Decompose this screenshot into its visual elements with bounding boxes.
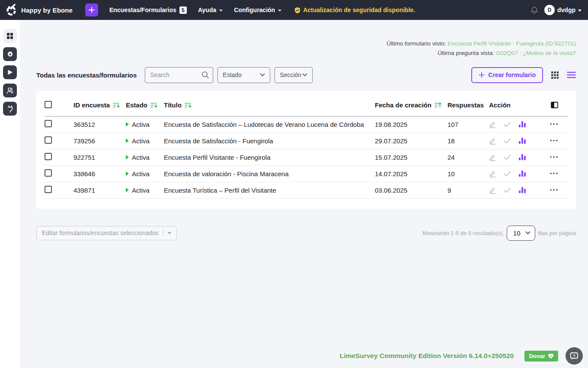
last-question-line: Última pregunta vista: G02Q07 : ¿Motivo … (387, 48, 576, 58)
nav-help-label: Ayuda (198, 6, 216, 13)
row-more-actions-button[interactable]: ··· (550, 155, 559, 159)
activate-check-button[interactable] (504, 187, 511, 193)
sidebar-item-plugins[interactable] (3, 102, 17, 116)
row-checkbox[interactable] (45, 120, 52, 127)
sort-desc-icon (185, 102, 192, 108)
user-menu[interactable]: D dvdgp (544, 5, 582, 15)
last-question-link[interactable]: G02Q07 : ¿Motivo de la visita? (496, 50, 576, 56)
column-settings-button[interactable] (551, 102, 558, 108)
nav-surveys-label: Encuestas/Formularios (109, 6, 176, 13)
table-row: 439871 Activa Encuesta Turística – Perfi… (45, 182, 568, 198)
nav-config-menu[interactable]: Configuración (234, 6, 281, 13)
rows-per-page-label: filas por página (538, 230, 576, 236)
grid-view-button[interactable] (551, 71, 559, 79)
results-summary: Mostrando 1-5 de 5 resultado(s). (422, 230, 504, 236)
status-badge: Activa (126, 154, 164, 161)
header-fecha-label: Fecha de creación (375, 101, 431, 109)
grid-view-icon (551, 71, 559, 79)
nav-surveys-menu[interactable]: Encuestas/Formularios 5 (109, 6, 187, 14)
create-survey-button[interactable]: Crear formulario (471, 67, 543, 83)
chevron-down-icon (278, 10, 281, 12)
select-all-checkbox[interactable] (45, 101, 52, 108)
edit-button[interactable] (489, 121, 496, 128)
survey-title[interactable]: Encuesta de valoración - Piscina Maracen… (164, 165, 375, 182)
survey-date: 29.07.2025 (375, 132, 447, 149)
sort-header-estado[interactable]: Estado (126, 101, 164, 109)
shield-check-icon (294, 7, 300, 13)
row-checkbox[interactable] (45, 186, 52, 193)
table-footer-bar: Editar formularios/encuestas seleccionad… (36, 225, 576, 241)
survey-id: 922751 (74, 149, 126, 165)
statistics-button[interactable] (518, 187, 526, 194)
nav-help-menu[interactable]: Ayuda (198, 6, 223, 13)
bulk-edit-button[interactable]: Editar formularios/encuestas seleccionad… (36, 226, 177, 240)
activate-check-button[interactable] (504, 171, 511, 177)
statistics-button[interactable] (518, 121, 526, 128)
layout-columns-icon (551, 102, 558, 108)
row-more-actions-button[interactable]: ··· (550, 139, 559, 143)
add-survey-button[interactable] (85, 3, 98, 16)
sidebar-item-users[interactable] (3, 84, 17, 97)
survey-responses: 9 (447, 182, 489, 198)
sort-header-titulo[interactable]: Título (164, 101, 375, 109)
edit-button[interactable] (489, 154, 496, 161)
survey-title[interactable]: Encuesta de Satisfacción - Fuengirola (164, 132, 375, 149)
surveys-table-card: ID encuesta Estado Título Fecha de creac… (36, 91, 576, 209)
row-more-actions-button[interactable]: ··· (550, 171, 559, 176)
sort-header-id[interactable]: ID encuesta (74, 101, 126, 109)
active-play-icon (126, 171, 129, 176)
statistics-button[interactable] (518, 170, 526, 177)
row-more-actions-button[interactable]: ··· (550, 122, 559, 126)
survey-date: 19.08.2025 (375, 116, 447, 132)
row-more-actions-button[interactable]: ··· (550, 188, 559, 192)
survey-date: 14.07.2025 (375, 165, 447, 182)
edit-button[interactable] (489, 170, 496, 178)
pagination: Mostrando 1-5 de 5 resultado(s). 10 fila… (422, 226, 576, 241)
surveys-table: ID encuesta Estado Título Fecha de creac… (45, 91, 568, 199)
status-badge: Activa (126, 137, 164, 145)
chevron-down-icon (525, 231, 530, 235)
list-view-icon (567, 71, 576, 78)
brand[interactable]: Happy by Ebone (6, 4, 73, 16)
statistics-button[interactable] (518, 137, 526, 144)
help-button[interactable]: ? (566, 347, 583, 365)
row-checkbox[interactable] (45, 136, 52, 144)
brand-logo-icon (6, 4, 18, 16)
play-icon (7, 69, 13, 75)
edit-button[interactable] (489, 187, 496, 194)
survey-responses: 18 (447, 132, 489, 149)
chevron-down-icon (302, 73, 307, 77)
sort-header-fecha[interactable]: Fecha de creación (375, 101, 447, 109)
page-size-value: 10 (513, 229, 521, 237)
sidebar-item-settings[interactable] (3, 47, 17, 61)
activate-check-button[interactable] (504, 155, 511, 160)
status-label: Activa (132, 121, 150, 128)
edit-button[interactable] (489, 137, 496, 145)
check-icon (504, 122, 511, 127)
search-icon (201, 71, 209, 81)
statistics-button[interactable] (518, 154, 526, 161)
page-size-select[interactable]: 10 (507, 226, 535, 241)
estado-filter-label: Estado (223, 71, 242, 78)
sidebar-item-dashboard[interactable] (3, 29, 17, 43)
list-view-button[interactable] (567, 71, 576, 78)
status-badge: Activa (126, 121, 164, 128)
brand-name: Happy by Ebone (21, 6, 73, 14)
last-form-link[interactable]: Encuesta Perfil Visitante - Fuengirola (… (447, 40, 576, 47)
survey-title[interactable]: Encuesta Turística – Perfil del Visitant… (164, 182, 375, 198)
pencil-icon (489, 137, 496, 145)
sidebar-item-run[interactable] (3, 65, 17, 79)
survey-title[interactable]: Encuesta de Satisfacción – Ludotecas de … (164, 116, 375, 132)
activate-check-button[interactable] (504, 122, 511, 127)
survey-id: 739256 (74, 132, 126, 149)
notifications-bell-icon[interactable] (530, 6, 538, 14)
estado-filter-select[interactable]: Estado (217, 67, 270, 83)
survey-title[interactable]: Encuesta Perfil Visitante - Fuengirola (164, 149, 375, 165)
donate-button[interactable]: Donar (524, 351, 558, 362)
row-checkbox[interactable] (45, 169, 52, 177)
row-checkbox[interactable] (45, 153, 52, 160)
activate-check-button[interactable] (504, 138, 511, 144)
seccion-filter-select[interactable]: Sección (275, 67, 313, 83)
version-text: LimeSurvey Community Edition Versión 6.1… (340, 352, 514, 360)
security-update-notice[interactable]: Actualización de seguridad disponible. (294, 6, 415, 13)
